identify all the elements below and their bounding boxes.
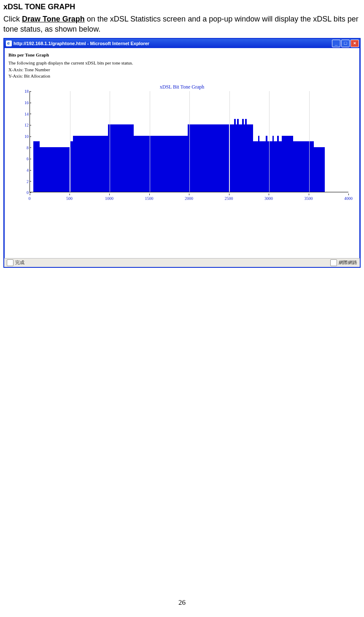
chart-bar [134,136,188,192]
x-tick-label: 1000 [105,196,113,201]
window-titlebar: http://192.168.1.1/graphtone.html - Micr… [4,39,360,48]
chart-container: xDSL Bit Tone Graph 05001000150020002500… [8,84,356,201]
chart-title: xDSL Bit Tone Graph [8,84,356,90]
chart-bar [259,141,266,192]
intro-text-pre: Click [3,15,22,23]
y-tick-label: 6 [19,156,29,161]
chart-bar [314,147,325,192]
content-desc-1: The following graph displays the current… [8,60,356,67]
page-number: 26 [0,598,364,607]
content-desc-3: Y-Axis: Bit Allocation [8,73,356,80]
gridline [189,91,190,192]
x-tick-label: 500 [66,196,73,201]
y-tick-label: 4 [19,168,29,172]
chart-bar [73,136,108,192]
x-tick-label: 2500 [225,196,233,201]
y-tick-label: 18 [19,89,29,94]
document-page: xDSL TONE GRAPH Click Draw Tone Graph on… [0,0,364,617]
status-left-icon [7,259,13,266]
intro-paragraph: Click Draw Tone Graph on the xDSL Statis… [3,14,361,35]
y-tick-label: 10 [19,134,29,139]
y-tick-label: 12 [19,123,29,127]
chart-bar [253,141,258,192]
gridline [70,91,70,192]
gridline [269,91,270,192]
chart-bar [239,124,242,192]
intro-bold: Draw Tone Graph [22,15,85,23]
chart-bar [274,141,277,192]
window-buttons: _ □ × [332,40,359,47]
maximize-button[interactable]: □ [341,40,350,47]
chart-bar [267,141,272,192]
section-heading: xDSL TONE GRAPH [3,3,361,11]
browser-window: http://192.168.1.1/graphtone.html - Micr… [3,38,361,268]
gridline [150,91,150,192]
y-tick-label: 14 [19,111,29,116]
x-tick-label: 3500 [305,196,313,201]
gridline [110,91,110,192]
chart-bar [108,124,133,192]
gridline [229,91,230,192]
window-content: Bits per Tone Graph The following graph … [4,48,360,258]
gridline [309,91,310,192]
y-tick-label: 16 [19,100,29,105]
chart-bar [293,141,314,192]
chart-bar [188,124,229,192]
window-title: http://192.168.1.1/graphtone.html - Micr… [13,41,149,46]
ie-icon [6,40,12,46]
y-tick-label: 8 [19,145,29,150]
chart-bar [283,136,293,192]
x-tick-label: 0 [29,196,31,201]
status-right-text: 網際網路 [339,259,357,266]
chart: 0500100015002000250030003500400002468101… [19,91,348,201]
content-title: Bits per Tone Graph [8,52,356,57]
x-tick-label: 4000 [344,196,353,201]
content-desc-2: X-Axis: Tone Number [8,67,356,73]
x-tick-label: 1500 [145,196,154,201]
x-tick-label: 3000 [264,196,273,201]
y-tick-label: 0 [19,190,29,195]
chart-bar [279,141,282,192]
y-tick-label: 2 [19,179,29,183]
chart-bar [229,124,234,192]
close-button[interactable]: × [351,40,359,47]
internet-zone-icon [330,259,337,266]
status-left-text: 完成 [15,259,24,266]
minimize-button[interactable]: _ [332,40,340,47]
chart-bar [40,147,70,192]
x-tick-label: 2000 [185,196,193,201]
chart-bar [33,141,40,192]
chart-bar [70,141,73,192]
chart-bar [247,124,253,192]
status-bar: 完成 網際網路 [4,258,360,267]
chart-plot-area [30,91,348,192]
